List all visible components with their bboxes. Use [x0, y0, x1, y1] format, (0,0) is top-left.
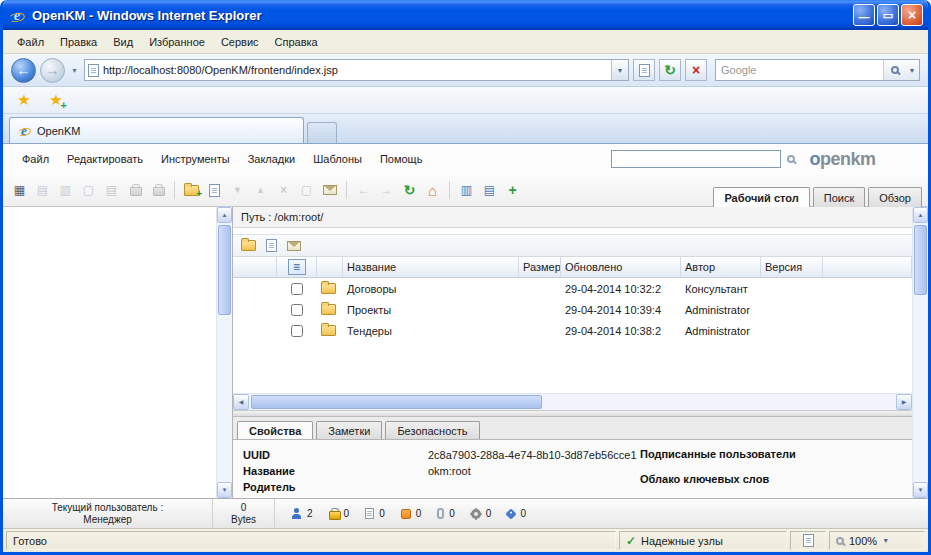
- row-checkbox[interactable]: [291, 283, 303, 295]
- address-input[interactable]: [103, 64, 607, 76]
- table-row[interactable]: Проекты 29-04-2014 10:39:4 Administrator: [233, 299, 912, 320]
- add-document-icon[interactable]: [204, 180, 225, 201]
- lock-icon[interactable]: [124, 180, 145, 201]
- okm-search-input[interactable]: [611, 150, 781, 168]
- view-documents-icon[interactable]: [266, 239, 277, 252]
- checkout-icon[interactable]: [227, 180, 248, 201]
- unlock-icon[interactable]: [147, 180, 168, 201]
- cancel-checkout-icon[interactable]: [273, 180, 294, 201]
- tree-scrollbar[interactable]: ▲ ▼: [216, 207, 232, 498]
- prop-value: okm:root: [428, 465, 471, 477]
- favorites-center-button[interactable]: ★: [11, 89, 37, 111]
- home-icon[interactable]: [422, 180, 443, 201]
- scroll-down-icon[interactable]: ▼: [217, 482, 232, 498]
- tab-security[interactable]: Безопасность: [385, 421, 479, 439]
- add-property-group-icon[interactable]: [502, 180, 523, 201]
- column-header-updated[interactable]: Обновлено: [561, 257, 681, 277]
- find-folder-icon[interactable]: [9, 180, 30, 201]
- panel-splitter[interactable]: [233, 410, 912, 417]
- search-icon[interactable]: [883, 60, 905, 80]
- okm-menu-file[interactable]: Файл: [13, 149, 58, 169]
- minimize-button[interactable]: —: [853, 4, 875, 26]
- next-icon[interactable]: [376, 180, 397, 201]
- column-header-author[interactable]: Автор: [681, 257, 761, 277]
- browser-tab-openkm[interactable]: e OpenKM: [9, 117, 304, 143]
- close-button[interactable]: ×: [901, 4, 923, 26]
- view-folders-icon[interactable]: [241, 240, 256, 251]
- okm-menu-tools[interactable]: Инструменты: [152, 149, 239, 169]
- ie-menu-file[interactable]: Файл: [9, 32, 52, 52]
- content-scrollbar[interactable]: ▲ ▼: [912, 207, 928, 498]
- taxonomy-tree[interactable]: [3, 207, 216, 498]
- status-repository-size: 0 Bytes: [213, 499, 275, 528]
- previous-icon[interactable]: [353, 180, 374, 201]
- zoom-control[interactable]: 100% ▼: [829, 531, 925, 550]
- download-pdf-icon[interactable]: [78, 180, 99, 201]
- stop-button[interactable]: ×: [685, 59, 707, 81]
- row-checkbox[interactable]: [291, 304, 303, 316]
- scroll-up-icon[interactable]: ▲: [217, 207, 232, 223]
- quick-page-button[interactable]: [633, 59, 655, 81]
- history-chevron-icon[interactable]: ▼: [69, 67, 80, 74]
- table-row[interactable]: Договоры 29-04-2014 10:32:2 Консультант: [233, 278, 912, 299]
- scrollbar-thumb[interactable]: [914, 225, 927, 295]
- create-folder-icon[interactable]: [181, 180, 202, 201]
- zoom-dropdown-icon[interactable]: ▼: [882, 537, 889, 544]
- current-user-name: Менеджер: [83, 514, 132, 526]
- scrollbar-thumb[interactable]: [251, 395, 542, 409]
- table-row[interactable]: Тендеры 29-04-2014 10:38:2 Administrator: [233, 320, 912, 341]
- forward-button[interactable]: →: [40, 58, 65, 83]
- view-mails-icon[interactable]: [287, 241, 301, 251]
- tab-properties[interactable]: Свойства: [237, 421, 313, 439]
- download-document-icon[interactable]: [55, 180, 76, 201]
- print-icon[interactable]: [101, 180, 122, 201]
- scroll-right-icon[interactable]: ▶: [896, 394, 912, 410]
- tab-desktop[interactable]: Рабочий стол: [713, 187, 809, 207]
- export-icon[interactable]: [456, 180, 477, 201]
- add-mail-icon[interactable]: [319, 180, 340, 201]
- folder-icon: [321, 283, 336, 294]
- scroll-down-icon[interactable]: ▼: [913, 482, 928, 498]
- ie-menu-edit[interactable]: Правка: [52, 32, 105, 52]
- select-menu-button[interactable]: ≡: [288, 259, 306, 275]
- okm-search-icon[interactable]: [787, 155, 795, 163]
- tab-browse[interactable]: Обзор: [868, 187, 922, 207]
- column-header-version[interactable]: Версия: [761, 257, 823, 277]
- scroll-up-icon[interactable]: ▲: [913, 207, 928, 223]
- find-document-icon[interactable]: [32, 180, 53, 201]
- maximize-button[interactable]: ▭: [877, 4, 899, 26]
- ie-menu-help[interactable]: Справка: [267, 32, 326, 52]
- delete-icon[interactable]: [296, 180, 317, 201]
- okm-menu-bookmarks[interactable]: Закладки: [239, 149, 305, 169]
- column-header-size[interactable]: Размер: [519, 257, 561, 277]
- search-dropdown-button[interactable]: ▼: [905, 60, 919, 80]
- ie-menu-tools[interactable]: Сервис: [213, 32, 267, 52]
- counter-locked: 0: [329, 508, 350, 520]
- column-header-name[interactable]: Название: [343, 257, 519, 277]
- add-favorite-button[interactable]: ★ +: [43, 89, 69, 111]
- checkin-icon[interactable]: [250, 180, 271, 201]
- properties-panel: UUID2c8a7903-288a-4e74-8b10-3d87eb56cce1…: [233, 440, 912, 499]
- folder-icon: [321, 304, 336, 315]
- ie-menu-view[interactable]: Вид: [105, 32, 141, 52]
- okm-menu-templates[interactable]: Шаблоны: [304, 149, 371, 169]
- address-dropdown-button[interactable]: ▼: [611, 60, 628, 80]
- ie-menu-favorites[interactable]: Избранное: [141, 32, 213, 52]
- row-checkbox[interactable]: [291, 325, 303, 337]
- scroll-left-icon[interactable]: ◀: [233, 394, 249, 410]
- workspace-icon[interactable]: [479, 180, 500, 201]
- back-button[interactable]: ←: [11, 58, 36, 83]
- new-tab-stub[interactable]: [307, 122, 337, 143]
- tab-search[interactable]: Поиск: [813, 187, 865, 207]
- refresh-button[interactable]: ↻: [659, 59, 681, 81]
- okm-menu-help[interactable]: Помощь: [371, 149, 432, 169]
- scrollbar-thumb[interactable]: [218, 225, 231, 315]
- okm-menu-edit[interactable]: Редактировать: [58, 149, 152, 169]
- browser-search-input[interactable]: [721, 64, 883, 76]
- protected-mode-cell[interactable]: [790, 531, 826, 550]
- file-list-hscrollbar[interactable]: ◀ ▶: [233, 393, 912, 410]
- security-zone[interactable]: ✓ Надежные узлы: [619, 531, 787, 550]
- refresh-tree-icon[interactable]: [399, 180, 420, 201]
- tab-notes[interactable]: Заметки: [316, 421, 382, 439]
- add-category-icon[interactable]: [703, 498, 716, 499]
